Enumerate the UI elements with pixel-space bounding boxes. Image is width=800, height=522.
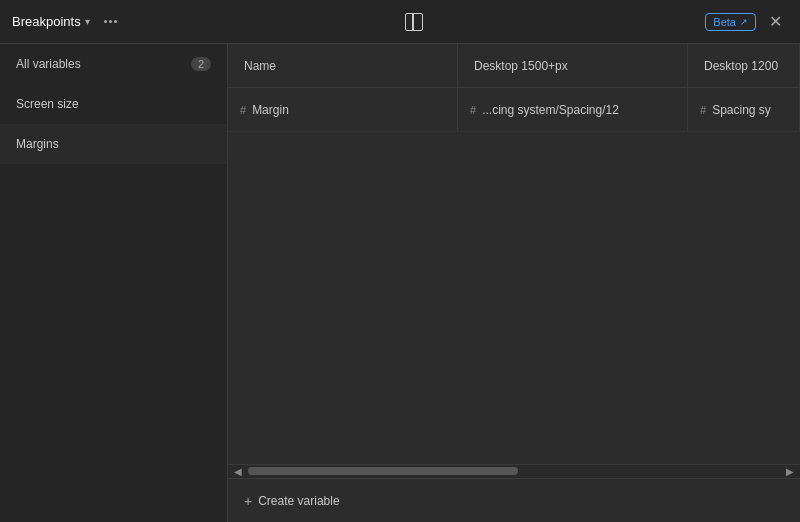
header-right: Beta ↗ ✕: [705, 10, 788, 34]
scroll-right-button[interactable]: ▶: [780, 465, 800, 479]
table-header: Name Desktop 1500+px Desktop 1200: [228, 44, 800, 88]
create-variable-label: Create variable: [258, 494, 339, 508]
footer: + Create variable: [228, 478, 800, 522]
more-dot-1: [104, 20, 107, 23]
cell-desktop1200-text: Spacing sy: [712, 103, 771, 117]
beta-label: Beta: [713, 16, 736, 28]
more-dot-2: [109, 20, 112, 23]
cell-desktop1200[interactable]: # Spacing sy: [688, 88, 800, 131]
sidebar-item-label-margins: Margins: [16, 137, 59, 151]
sidebar-item-label-all-variables: All variables: [16, 57, 81, 71]
sidebar-item-badge-all-variables: 2: [191, 57, 211, 71]
more-dot-3: [114, 20, 117, 23]
hash-icon-name: #: [240, 104, 246, 116]
column-header-desktop1200: Desktop 1200: [688, 44, 800, 87]
horizontal-scrollbar[interactable]: ◀ ▶: [228, 464, 800, 478]
cell-name-text: Margin: [252, 103, 289, 117]
scroll-track[interactable]: [248, 465, 780, 478]
plus-icon: +: [244, 493, 252, 509]
chevron-down-icon: ▾: [85, 16, 90, 27]
cell-desktop1500[interactable]: # ...cing system/Spacing/12: [458, 88, 688, 131]
column-header-desktop1500: Desktop 1500+px: [458, 44, 688, 87]
more-options-button[interactable]: [98, 16, 123, 27]
hash-icon-desktop1500: #: [470, 104, 476, 116]
scroll-thumb[interactable]: [248, 467, 518, 475]
cell-name: # Margin: [228, 88, 458, 131]
app-container: Breakpoints ▾ Beta ↗ ✕: [0, 0, 800, 522]
header: Breakpoints ▾ Beta ↗ ✕: [0, 0, 800, 44]
header-center: [400, 8, 428, 36]
close-button[interactable]: ✕: [764, 10, 788, 34]
toggle-sidebar-button[interactable]: [400, 8, 428, 36]
sidebar-item-label-screen-size: Screen size: [16, 97, 79, 111]
main-content: Name Desktop 1500+px Desktop 1200 # Marg…: [228, 44, 800, 522]
panel-title-text: Breakpoints: [12, 14, 81, 29]
create-variable-button[interactable]: + Create variable: [228, 479, 356, 522]
column-name-label: Name: [244, 59, 276, 73]
cell-desktop1500-text: ...cing system/Spacing/12: [482, 103, 619, 117]
hash-icon-desktop1200: #: [700, 104, 706, 116]
column-header-name: Name: [228, 44, 458, 87]
sidebar-item-screen-size[interactable]: Screen size: [0, 84, 227, 124]
body: All variables 2 Screen size Margins Name…: [0, 44, 800, 522]
table-body: # Margin # ...cing system/Spacing/12 # S…: [228, 88, 800, 464]
table-row[interactable]: # Margin # ...cing system/Spacing/12 # S…: [228, 88, 800, 132]
sidebar: All variables 2 Screen size Margins: [0, 44, 228, 522]
column-desktop1200-label: Desktop 1200: [704, 59, 778, 73]
panel-title: Breakpoints ▾: [12, 14, 90, 29]
beta-badge[interactable]: Beta ↗: [705, 13, 756, 31]
sidebar-item-all-variables[interactable]: All variables 2: [0, 44, 227, 84]
column-desktop1500-label: Desktop 1500+px: [474, 59, 568, 73]
scroll-left-button[interactable]: ◀: [228, 465, 248, 479]
header-left: Breakpoints ▾: [12, 14, 123, 29]
sidebar-item-margins[interactable]: Margins: [0, 124, 227, 164]
external-link-icon: ↗: [740, 17, 748, 27]
columns-icon: [405, 13, 423, 31]
